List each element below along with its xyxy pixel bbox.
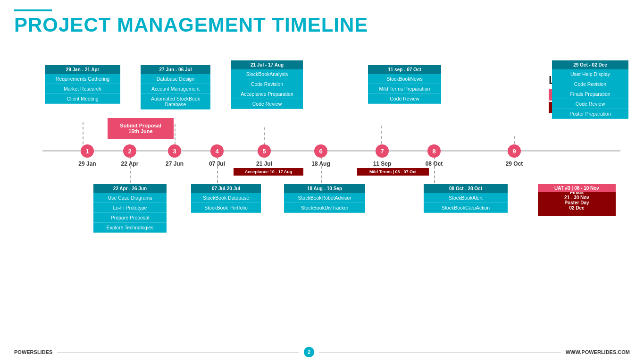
node-label-5: 21 Jul xyxy=(256,160,272,167)
footer-line-right xyxy=(319,352,561,353)
top-card-4-item2: Mild Terms Preparation xyxy=(368,84,441,94)
top-card-4: 11 sep - 07 Oct StockBookNews Mild Terms… xyxy=(368,65,441,104)
bc1-item2: Lo-Fi Prototype xyxy=(93,203,167,213)
top-card-4-item1: StockBookNews xyxy=(368,74,441,84)
page-title: PROJECT MANAGEMENT TIMELINE xyxy=(14,15,630,35)
node-8: 8 xyxy=(427,144,441,158)
footer-left: POWERSLIDES xyxy=(14,349,52,355)
bc2-header: 07 Jul-20 Jul xyxy=(191,184,261,193)
title-part2: TIMELINE xyxy=(272,14,368,36)
bc1-item1: Use Case Diagrams xyxy=(93,193,167,203)
top-card-4-item3: Code Review xyxy=(368,94,441,104)
bc4-item1: StockBookAlert xyxy=(424,193,508,203)
bc4-header: 08 Oct - 28 Oct xyxy=(424,184,508,193)
bc3-header: 18 Aug - 10 Sep xyxy=(284,184,365,193)
slide: PROJECT MANAGEMENT TIMELINE 1 29 Jan 2 2… xyxy=(0,0,644,362)
top-card-3-item1: SlockBookAnalysis xyxy=(231,69,303,79)
top-card-3-header: 21 Jul - 17 Aug xyxy=(231,60,303,69)
bc1-item3: Prepare Proposal xyxy=(93,213,167,223)
top-card-3-item4: Code Review xyxy=(231,99,303,109)
node-label-1: 29 Jan xyxy=(78,160,96,167)
node-4: 4 xyxy=(210,144,224,158)
top-card-3-item3: Acceplance Preparation xyxy=(231,89,303,99)
bc3-item1: StockBookRobotAdvisor xyxy=(284,193,365,203)
top-card-2-item3: Automated StockBook Database xyxy=(141,94,210,109)
top-card-5-item1: User Help Display xyxy=(552,69,628,79)
bottom-card-3: 18 Aug - 10 Sep StockBookRobotAdvisor St… xyxy=(284,184,365,213)
bc4-item2: StockBookCarpAction xyxy=(424,203,508,213)
top-card-1: 29 Jan - 21 Apr Requirements Gathering M… xyxy=(45,65,120,104)
bottom-card-1: 22 Apr - 26 Jun Use Case Diagrams Lo-Fi … xyxy=(93,184,167,233)
footer: POWERSLIDES 2 WWW.POWERLIDES.COM xyxy=(14,347,630,357)
top-card-5-header: 29 Oct - 02 Dec xyxy=(552,60,628,69)
top-card-2-item1: Database Design xyxy=(141,74,210,84)
top-card-2-item2: Account Management xyxy=(141,84,210,94)
top-card-5-item5: Poster Preparation xyxy=(552,109,628,119)
node-6: 6 xyxy=(314,144,327,158)
top-card-3-item2: Code Revision xyxy=(231,79,303,89)
node-label-6: 18 Aug xyxy=(311,160,330,167)
top-card-1-item3: Client Meeting xyxy=(45,94,120,104)
bottom-card-4: 08 Oct - 28 Oct StockBookAlert StockBook… xyxy=(424,184,508,213)
node-label-3: 27 Jun xyxy=(166,160,184,167)
top-card-5-item4: Code Review xyxy=(552,99,628,109)
bottom-card-2: 07 Jul-20 Jul StockBook Database StockBo… xyxy=(191,184,261,213)
top-card-1-item1: Requirements Gathering xyxy=(45,74,120,84)
top-card-5-item2: Code Revision xyxy=(552,79,628,89)
node-label-2: 22 Apr xyxy=(121,160,139,167)
top-card-5-item3: Finals Preparation xyxy=(552,89,628,99)
header-bar xyxy=(14,9,52,11)
node-label-9: 29 Oct xyxy=(506,160,523,167)
bc1-item4: Explore Technologies xyxy=(93,223,167,233)
node-2: 2 xyxy=(123,144,136,158)
top-card-1-item2: Market Research xyxy=(45,84,120,94)
bc2-item2: StockBook Portfolio xyxy=(191,203,261,213)
title-part1: PROJECT MANAGEMENT xyxy=(14,14,272,36)
footer-line-left xyxy=(57,352,299,353)
node-7: 7 xyxy=(376,144,389,158)
node-label-4: 07 Jul xyxy=(209,160,225,167)
uat1-sub: Acceptance 10 - 17 Aug xyxy=(234,168,303,176)
footer-right: WWW.POWERLIDES.COM xyxy=(566,349,630,355)
node-1: 1 xyxy=(81,144,94,158)
bc3-item2: StockBookDivTracker xyxy=(284,203,365,213)
top-card-4-header: 11 sep - 07 Oct xyxy=(368,65,441,74)
bc2-item1: StockBook Database xyxy=(191,193,261,203)
top-card-5: 29 Oct - 02 Dec User Help Display Code R… xyxy=(552,60,628,119)
bc1-header: 22 Apr - 26 Jun xyxy=(93,184,167,193)
timeline-area: 1 29 Jan 2 22 Apr 3 27 Jun 4 07 Jul 5 21… xyxy=(14,42,630,315)
uat2-sub: Mild Terms | 03 - 07 Oct xyxy=(357,168,429,176)
node-5: 5 xyxy=(258,144,271,158)
top-card-2: 27 Jun - 06 Jul Database Design Account … xyxy=(141,65,210,109)
node-9: 9 xyxy=(508,144,521,158)
node-label-8: 08 Oct xyxy=(426,160,443,167)
footer-page: 2 xyxy=(304,347,314,357)
node-label-7: 11 Sep xyxy=(373,160,392,167)
top-card-3: 21 Jul - 17 Aug SlockBookAnalysis Code R… xyxy=(231,60,303,109)
bc5-uat3: UAT #3 | 08 - 10 Nov xyxy=(538,184,616,192)
top-card-2-header: 27 Jun - 06 Jul xyxy=(141,65,210,74)
node-3: 3 xyxy=(168,144,181,158)
bc5-container: UAT #3 | 08 - 10 Nov Finals21 - 30 NovPo… xyxy=(538,184,616,216)
proposal-box: Submit Proposal15th June xyxy=(108,118,174,139)
top-card-1-header: 29 Jan - 21 Apr xyxy=(45,65,120,74)
